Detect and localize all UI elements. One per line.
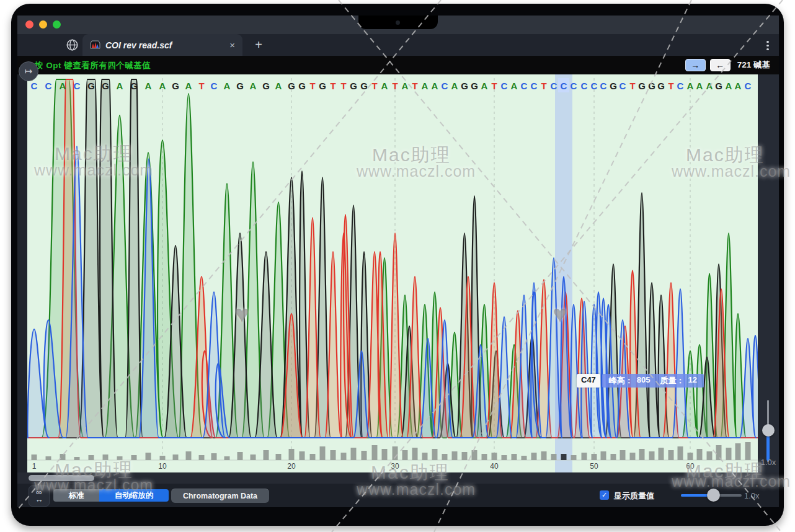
base-letter[interactable]: C	[74, 81, 81, 91]
quality-bar[interactable]	[571, 455, 577, 460]
quality-bar[interactable]	[582, 453, 587, 460]
base-letter[interactable]: C	[677, 81, 684, 91]
base-letter[interactable]: G	[172, 81, 179, 91]
base-letter[interactable]: A	[117, 81, 123, 91]
quality-bar[interactable]	[60, 454, 66, 460]
base-letter[interactable]: A	[224, 81, 231, 91]
base-letter[interactable]: C	[581, 81, 588, 91]
base-letter[interactable]: C	[442, 81, 448, 91]
quality-bar[interactable]	[320, 446, 326, 460]
base-letter[interactable]: G	[102, 81, 109, 91]
base-letter[interactable]: A	[275, 81, 282, 91]
quality-bar[interactable]	[659, 448, 664, 460]
show-quality-checkbox[interactable]: ✓	[600, 490, 609, 500]
base-letter[interactable]: A	[451, 81, 458, 91]
base-letter[interactable]: C	[600, 81, 607, 91]
quality-bar[interactable]	[668, 450, 674, 460]
quality-bar[interactable]	[462, 452, 468, 460]
quality-bar[interactable]	[531, 453, 537, 460]
quality-bar[interactable]	[551, 454, 557, 460]
quality-bar[interactable]	[492, 453, 497, 460]
quality-bar[interactable]	[103, 454, 109, 460]
quality-bar[interactable]	[482, 454, 487, 460]
base-letter[interactable]: G	[648, 81, 655, 91]
base-letter[interactable]: A	[696, 81, 703, 91]
quality-bar[interactable]	[372, 445, 378, 460]
quality-bar[interactable]	[452, 451, 458, 460]
base-letter[interactable]: G	[298, 81, 306, 91]
quality-bar[interactable]	[745, 442, 751, 460]
base-letter[interactable]: G	[471, 81, 478, 91]
zoom-window-button[interactable]	[53, 20, 61, 29]
globe-icon[interactable]	[66, 38, 79, 51]
base-letter[interactable]: A	[481, 81, 488, 91]
quality-bar[interactable]	[639, 449, 645, 460]
base-letter[interactable]: G	[288, 81, 295, 91]
base-letter[interactable]: T	[629, 81, 635, 91]
chromatogram-view[interactable]: CCACGGAGAAGATCAGAGAGGTGTTGGTATATAACAGGAT…	[27, 74, 758, 472]
quality-bar[interactable]	[264, 450, 269, 460]
quality-bar[interactable]	[522, 456, 527, 460]
base-letter[interactable]: G	[262, 81, 270, 91]
base-letter[interactable]: C	[211, 81, 218, 91]
quality-bar[interactable]	[402, 450, 408, 460]
quality-bar[interactable]	[726, 448, 732, 460]
horizontal-scrollbar[interactable]	[17, 472, 779, 484]
base-letter[interactable]: A	[687, 81, 694, 91]
base-letter[interactable]: A	[381, 81, 388, 91]
base-letter[interactable]: A	[511, 81, 518, 91]
quality-bar[interactable]	[289, 449, 295, 460]
quality-bar[interactable]	[716, 445, 722, 460]
base-letter[interactable]: T	[412, 81, 417, 91]
quality-bar[interactable]	[211, 453, 217, 460]
horizontal-scrollbar-thumb[interactable]	[29, 475, 94, 481]
quality-bar[interactable]	[46, 456, 51, 460]
base-letter[interactable]: T	[198, 81, 204, 91]
vertical-zoom-thumb[interactable]	[762, 424, 775, 437]
quality-bar[interactable]	[382, 449, 388, 460]
quality-bar[interactable]	[561, 454, 567, 460]
quality-bar[interactable]	[442, 454, 448, 460]
quality-bar[interactable]	[131, 455, 137, 460]
sidebar-toggle-button[interactable]: ↦	[19, 61, 38, 81]
quality-bar[interactable]	[541, 451, 547, 460]
base-letter[interactable]: G	[350, 81, 357, 91]
base-letter[interactable]: G	[657, 81, 665, 91]
base-letter[interactable]: C	[531, 81, 538, 91]
quality-bar[interactable]	[512, 454, 517, 460]
base-letter[interactable]: A	[250, 81, 257, 91]
scale-standard-button[interactable]: 标准	[53, 489, 99, 502]
base-letter[interactable]: T	[330, 81, 335, 91]
base-letter[interactable]: T	[392, 81, 398, 91]
quality-bar[interactable]	[199, 455, 205, 460]
base-letter[interactable]: C	[521, 81, 528, 91]
quality-bar[interactable]	[611, 454, 616, 460]
quality-bar[interactable]	[422, 453, 428, 460]
quality-bar[interactable]	[276, 454, 282, 460]
base-letter[interactable]: A	[726, 81, 732, 91]
quality-bar[interactable]	[707, 451, 713, 460]
base-letter[interactable]: A	[185, 81, 192, 91]
close-tab-icon[interactable]: ×	[229, 40, 235, 50]
quality-bar[interactable]	[117, 456, 123, 460]
base-letter[interactable]: C	[561, 81, 567, 91]
quality-bar[interactable]	[224, 456, 230, 460]
quality-bar[interactable]	[601, 451, 606, 460]
base-letter[interactable]: G	[236, 81, 244, 91]
quality-bar[interactable]	[688, 453, 693, 460]
base-letter[interactable]: T	[541, 81, 546, 91]
quality-bar[interactable]	[432, 449, 438, 460]
chromatogram-data-button[interactable]: Chromatogram Data	[171, 489, 269, 503]
quality-bar[interactable]	[678, 446, 683, 460]
base-letter[interactable]: C	[745, 81, 752, 91]
base-letter[interactable]: C	[591, 81, 598, 91]
new-tab-button[interactable]: +	[251, 37, 267, 53]
base-letter[interactable]: G	[638, 81, 646, 91]
quality-bar[interactable]	[630, 453, 636, 460]
base-letter[interactable]: A	[60, 81, 66, 91]
base-letter[interactable]: C	[45, 81, 52, 91]
quality-bar[interactable]	[186, 451, 192, 460]
overflow-menu-icon[interactable]	[766, 39, 769, 52]
quality-bar[interactable]	[502, 455, 507, 460]
base-letter[interactable]: T	[340, 81, 346, 91]
